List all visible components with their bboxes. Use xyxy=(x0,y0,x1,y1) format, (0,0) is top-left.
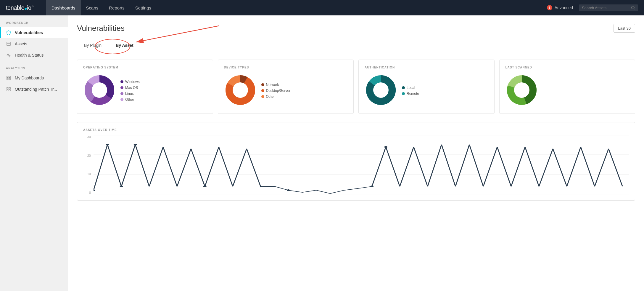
sidebar-health-label: Health & Status xyxy=(15,53,44,57)
legend-label-macos: Mac OS xyxy=(125,86,138,90)
svg-rect-6 xyxy=(9,78,10,80)
line-chart-polyline xyxy=(94,145,622,194)
tab-bar: By Plugin By Asset xyxy=(77,40,635,51)
sidebar-item-vulnerabilities[interactable]: Vulnerabilities xyxy=(0,27,68,38)
last-scanned-title: LAST SCANNED xyxy=(505,66,629,69)
legend-dot-local xyxy=(402,86,405,89)
os-chart-card: OPERATING SYSTEM xyxy=(77,60,213,114)
shield-icon xyxy=(6,30,11,35)
svg-line-1 xyxy=(634,9,635,9)
search-box[interactable] xyxy=(579,4,638,11)
os-chart-content: Windows Mac OS Linux Other xyxy=(83,74,207,108)
y-label-30: 30 xyxy=(87,135,91,139)
last-scanned-chart-card: LAST SCANNED xyxy=(499,60,635,114)
auth-legend: Local Remote xyxy=(402,86,419,96)
svg-rect-9 xyxy=(7,89,8,91)
svg-point-0 xyxy=(632,6,634,9)
legend-dot-windows xyxy=(120,80,123,83)
legend-dot-linux xyxy=(120,92,123,95)
svg-point-17 xyxy=(92,83,107,97)
sidebar-item-mydashboards[interactable]: My Dashboards xyxy=(0,72,68,84)
tab-by-asset[interactable]: By Asset xyxy=(109,40,140,51)
nav-settings[interactable]: Settings xyxy=(130,0,157,15)
nav-reports[interactable]: Reports xyxy=(104,0,130,15)
nav-scans[interactable]: Scans xyxy=(81,0,104,15)
sidebar-item-assets[interactable]: Assets xyxy=(0,38,68,49)
legend-linux: Linux xyxy=(120,92,140,96)
nav-right: 1 Advanced xyxy=(544,4,638,11)
assets-over-time-title: ASSETS OVER TIME xyxy=(83,128,629,132)
dashboard-icon xyxy=(6,75,11,81)
svg-point-38 xyxy=(287,189,290,191)
legend-dot-other-os xyxy=(120,98,123,101)
svg-rect-2 xyxy=(7,42,10,46)
os-chart-title: OPERATING SYSTEM xyxy=(83,66,207,69)
search-icon xyxy=(631,6,635,10)
nav-links: Dashboards Scans Reports Settings xyxy=(46,0,544,15)
legend-dot-remote xyxy=(402,92,405,95)
y-axis: 30 20 10 0 xyxy=(83,135,92,194)
svg-rect-10 xyxy=(9,89,10,91)
sidebar-vulnerabilities-label: Vulnerabilities xyxy=(15,30,43,35)
legend-other-device: Other xyxy=(261,95,291,99)
legend-label-other-device: Other xyxy=(266,95,275,99)
device-types-title: DEVICE TYPES xyxy=(224,66,348,69)
svg-point-36 xyxy=(134,144,137,146)
sidebar-item-patch[interactable]: Outstanding Patch Tr... xyxy=(0,84,68,95)
legend-network: Network xyxy=(261,83,291,87)
svg-point-34 xyxy=(106,144,109,146)
legend-macos: Mac OS xyxy=(120,86,140,90)
nav-dashboards[interactable]: Dashboards xyxy=(46,0,81,15)
svg-point-21 xyxy=(233,83,248,97)
advanced-button[interactable]: 1 Advanced xyxy=(544,5,576,10)
svg-point-39 xyxy=(370,186,373,187)
logo[interactable]: tenableio ™ xyxy=(6,4,34,11)
svg-rect-4 xyxy=(9,76,10,78)
device-legend: Network Desktop/Server Other xyxy=(261,83,291,99)
line-chart-svg-wrap xyxy=(94,135,629,194)
line-chart-svg xyxy=(94,135,629,194)
assets-over-time-card: ASSETS OVER TIME 30 20 10 0 xyxy=(77,122,635,201)
svg-point-24 xyxy=(373,83,388,97)
page-header: Vulnerabilities Last 30 xyxy=(77,24,635,33)
legend-remote: Remote xyxy=(402,92,419,96)
sidebar-mydashboards-label: My Dashboards xyxy=(15,76,44,80)
device-types-chart-card: DEVICE TYPES xyxy=(218,60,354,114)
os-donut xyxy=(83,74,116,108)
box-icon xyxy=(6,41,11,47)
grid-icon xyxy=(6,87,11,92)
legend-local: Local xyxy=(402,86,419,90)
sidebar-item-health[interactable]: Health & Status xyxy=(0,49,68,61)
legend-dot-other-device xyxy=(261,95,264,98)
legend-label-network: Network xyxy=(266,83,279,87)
legend-dot-macos xyxy=(120,86,123,89)
topnav: tenableio ™ Dashboards Scans Reports Set… xyxy=(0,0,644,15)
legend-windows: Windows xyxy=(120,80,140,84)
sidebar-patch-label: Outstanding Patch Tr... xyxy=(15,87,57,92)
auth-chart-card: AUTHENTICATION Local xyxy=(358,60,495,114)
auth-chart-content: Local Remote xyxy=(365,74,488,108)
svg-rect-3 xyxy=(7,76,8,78)
auth-title: AUTHENTICATION xyxy=(365,66,488,69)
svg-rect-8 xyxy=(9,87,10,89)
sidebar-assets-label: Assets xyxy=(15,41,27,46)
y-label-10: 10 xyxy=(87,172,91,176)
device-donut xyxy=(224,74,257,108)
tab-by-plugin[interactable]: By Plugin xyxy=(77,40,109,51)
svg-rect-7 xyxy=(7,87,8,89)
search-input[interactable] xyxy=(582,6,629,10)
svg-point-33 xyxy=(94,189,95,191)
legend-desktop-server: Desktop/Server xyxy=(261,89,291,93)
legend-label-other-os: Other xyxy=(125,97,134,102)
activity-icon xyxy=(6,52,11,58)
legend-label-local: Local xyxy=(407,86,415,90)
y-label-20: 20 xyxy=(87,154,91,157)
analytics-label: ANALYTICS xyxy=(0,67,68,72)
last30-button[interactable]: Last 30 xyxy=(614,24,635,33)
advanced-label: Advanced xyxy=(555,5,573,10)
svg-rect-5 xyxy=(7,78,8,80)
legend-label-remote: Remote xyxy=(407,92,419,96)
notification-badge: 1 xyxy=(547,5,552,10)
last-scanned-chart-content xyxy=(505,74,629,108)
os-legend: Windows Mac OS Linux Other xyxy=(120,80,140,102)
